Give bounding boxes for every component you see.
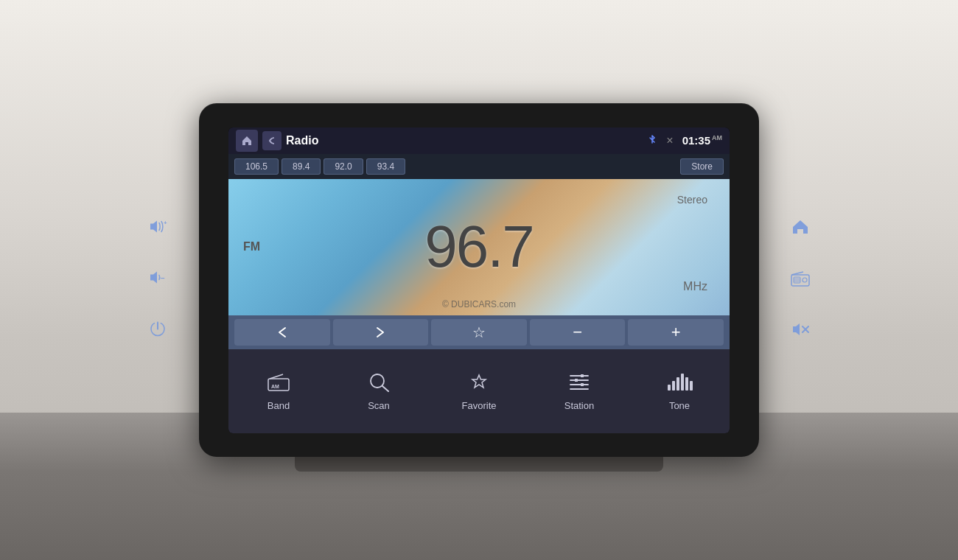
preset-2[interactable]: 89.4 (282, 158, 321, 175)
preset-1[interactable]: 106.5 (234, 158, 279, 175)
volume-decrease-button[interactable]: − (530, 319, 626, 346)
station-label: Station (564, 400, 594, 411)
svg-rect-24 (581, 383, 584, 386)
head-unit: + − (199, 103, 759, 457)
svg-text:+: + (164, 220, 167, 226)
favorite-icon (467, 371, 491, 396)
infotainment-screen: Radio × 01:35AM 106.5 89.4 92.0 93.4 Sto… (228, 127, 730, 433)
nav-tone[interactable]: Tone (629, 371, 730, 411)
frequency-band: FM (243, 240, 260, 253)
band-icon: AM (267, 371, 290, 396)
preset-4[interactable]: 93.4 (366, 158, 405, 175)
prev-station-button[interactable] (234, 319, 330, 346)
volume-increase-button[interactable]: + (628, 319, 724, 346)
nav-station[interactable]: Station (529, 371, 629, 411)
svg-text:AM: AM (271, 384, 279, 389)
tone-icon (666, 371, 693, 396)
nav-scan[interactable]: Scan (329, 371, 429, 411)
svg-rect-28 (681, 374, 684, 391)
frequency-number: 96.7 (424, 217, 534, 276)
status-bar: Radio × 01:35AM (228, 127, 730, 154)
tone-label: Tone (669, 400, 690, 411)
bluetooth-icon (647, 134, 657, 147)
volume-up-button[interactable]: + (147, 218, 168, 239)
preset-3[interactable]: 92.0 (324, 158, 363, 175)
power-button[interactable] (148, 320, 167, 343)
svg-text:−: − (161, 274, 165, 282)
svg-line-15 (270, 374, 283, 379)
scan-label: Scan (368, 400, 390, 411)
radio-button[interactable] (790, 270, 811, 291)
clock-display: 01:35AM (682, 134, 722, 147)
svg-point-6 (803, 278, 807, 282)
scan-icon (367, 371, 391, 396)
svg-rect-30 (690, 381, 693, 391)
station-icon (567, 371, 591, 396)
svg-rect-23 (575, 379, 578, 382)
next-station-button[interactable] (333, 319, 429, 346)
svg-rect-29 (685, 377, 688, 391)
svg-rect-27 (676, 377, 679, 391)
screen-title: Radio (286, 134, 643, 147)
nav-favorite[interactable]: Favorite (429, 371, 529, 411)
nav-band[interactable]: AM Band (228, 371, 329, 411)
svg-rect-22 (581, 374, 584, 377)
frequency-unit: MHz (683, 280, 707, 293)
home-button[interactable] (791, 217, 810, 241)
right-physical-buttons (790, 217, 811, 343)
volume-down-button[interactable]: − (147, 269, 168, 290)
frequency-info: FM 96.7 Stereo MHz (228, 179, 730, 315)
dashboard-background: + − (0, 0, 958, 560)
screen-back-button[interactable] (262, 131, 282, 150)
svg-rect-25 (668, 385, 671, 391)
mute-button[interactable] (790, 321, 811, 343)
stereo-indicator: Stereo (677, 194, 707, 206)
screen-close-button[interactable]: × (666, 134, 673, 147)
main-frequency-display: FM 96.7 Stereo MHz © DUBICARS.com (228, 179, 730, 315)
preset-bar: 106.5 89.4 92.0 93.4 Store (228, 154, 730, 179)
bottom-navigation: AM Band Scan (228, 349, 730, 433)
add-favorite-button[interactable]: ☆ (431, 319, 527, 346)
band-label: Band (268, 400, 290, 411)
watermark-text: © DUBICARS.com (442, 299, 516, 309)
left-physical-buttons: + − (147, 218, 168, 343)
favorite-label: Favorite (462, 400, 497, 411)
store-preset-button[interactable]: Store (680, 158, 724, 175)
svg-line-17 (382, 386, 388, 391)
svg-rect-26 (672, 381, 675, 391)
screen-home-button[interactable] (236, 130, 258, 152)
playback-controls: ☆ − + (228, 315, 730, 349)
